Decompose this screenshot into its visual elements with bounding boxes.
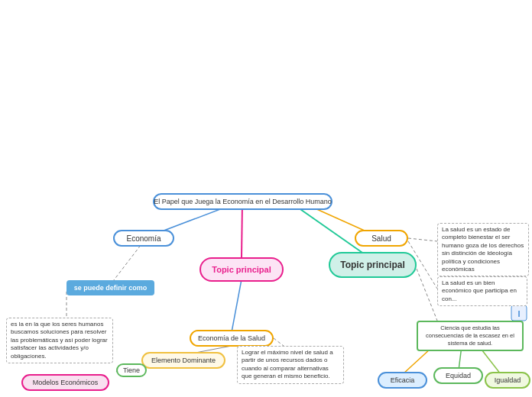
- svg-line-10: [408, 238, 437, 241]
- svg-line-2: [242, 202, 242, 257]
- topic2-node[interactable]: Topic principal: [329, 252, 417, 278]
- modelos-economicos-node[interactable]: Modelos Económicos: [21, 374, 109, 391]
- svg-line-6: [232, 279, 242, 332]
- ciencia-node[interactable]: Ciencia que estudia las consecuencias de…: [417, 321, 524, 351]
- eficacia-node[interactable]: Eficacia: [378, 372, 427, 389]
- salud-node[interactable]: Salud: [355, 230, 408, 247]
- topic1-node[interactable]: Topic principal: [200, 257, 284, 282]
- mindmap-canvas: I El Papel que Juega la Economía en el D…: [0, 0, 532, 397]
- economia-node[interactable]: Economía: [113, 230, 174, 247]
- svg-rect-17: [511, 305, 527, 321]
- se-puede-node[interactable]: se puede definir como: [66, 280, 154, 295]
- svg-line-4: [111, 241, 144, 284]
- textbox-lograr: Lograr el máximo nivel de salud a partir…: [237, 346, 344, 384]
- textbox-economia-def: es la en la que los seres humanos buscam…: [6, 318, 113, 363]
- equidad-node[interactable]: Equidad: [433, 367, 483, 384]
- svg-text:I: I: [517, 309, 520, 318]
- textbox-salud-bien: La salud es un bien económico que partic…: [437, 276, 527, 306]
- elemento-dominante-node[interactable]: Elemento Dominante: [141, 352, 225, 369]
- tiene-node[interactable]: Tiene: [116, 363, 147, 377]
- title-node[interactable]: El Papel que Juega la Economía en el Des…: [153, 193, 332, 210]
- economia-salud-node[interactable]: Economía de la Salud: [190, 330, 274, 347]
- textbox-salud-definition: La salud es un estado de completo bienes…: [437, 223, 529, 276]
- igualdad-node[interactable]: Igualdad: [485, 372, 530, 389]
